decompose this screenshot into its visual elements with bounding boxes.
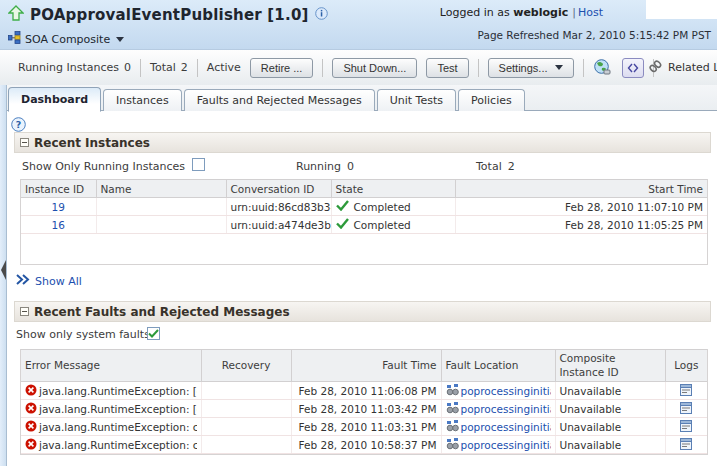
host-link[interactable]: Host	[578, 6, 603, 19]
related-links-label: Related L	[668, 61, 717, 74]
show-only-running-checkbox[interactable]	[192, 158, 205, 171]
instance-id-link[interactable]: 16	[52, 219, 65, 231]
col-name: Name	[96, 180, 226, 198]
show-all-label[interactable]: Show All	[35, 275, 82, 288]
fault-row: java.lang.RuntimeException: co Feb 28, 2…	[21, 418, 707, 436]
total-instances-stat: Total2	[150, 61, 188, 74]
instance-name	[96, 198, 226, 216]
col-conversation-id: Conversation ID	[226, 180, 331, 198]
col-fault-location: Fault Location	[441, 350, 555, 382]
collapse-icon[interactable]	[20, 307, 29, 316]
error-message: java.lang.RuntimeException: co	[39, 421, 197, 433]
fault-time: Feb 28, 2010 11:03:42 PM	[291, 400, 441, 418]
logged-in-user: weblogic	[513, 6, 568, 19]
recovery	[201, 436, 291, 454]
collapse-icon[interactable]	[20, 138, 29, 147]
composite-toolbar: Running Instances0 Total2 Active Retire …	[0, 50, 717, 85]
toolbar-divider	[140, 59, 141, 77]
col-recovery: Recovery	[201, 350, 291, 382]
page-refreshed-timestamp: Page Refreshed Mar 2, 2010 5:15:42 PM PS…	[478, 29, 711, 41]
recent-instances-section: Recent Instances Show Only Running Insta…	[14, 132, 711, 265]
error-icon	[25, 420, 37, 434]
chain-link-icon	[648, 59, 663, 77]
instance-start-time: Feb 28, 2010 11:07:10 PM	[455, 198, 707, 216]
col-composite-instance-id: Composite Instance ID	[555, 350, 665, 382]
fault-location-link[interactable]: poprocessinginitia	[461, 439, 551, 451]
fault-row: java.lang.RuntimeException: [c Feb 28, 2…	[21, 382, 707, 400]
page-header: POApprovalEventPublisher [1.0] SOA Compo…	[0, 0, 717, 50]
settings-menu-button[interactable]: Settings...	[488, 58, 574, 78]
show-only-running-label: Show Only Running Instances	[22, 160, 185, 173]
navigate-up-icon[interactable]	[8, 5, 24, 24]
conversation-id: urn:uuid:86cd83b3-5	[226, 198, 331, 216]
empty-table-space	[21, 234, 707, 264]
component-icon	[446, 384, 459, 398]
composite-instance-id: Unavailable	[560, 385, 622, 397]
show-all-link[interactable]: Show All	[15, 274, 82, 288]
recovery	[201, 382, 291, 400]
log-icon[interactable]	[680, 422, 692, 434]
recent-instances-header: Recent Instances	[14, 132, 711, 153]
composite-instance-id: Unavailable	[560, 421, 622, 433]
top-right-corner-panel	[646, 0, 717, 19]
tab-instances[interactable]: Instances	[103, 89, 182, 111]
splitter-collapse-handle[interactable]	[1, 260, 6, 280]
recovery	[201, 418, 291, 436]
fault-time: Feb 28, 2010 10:58:37 PM	[291, 436, 441, 454]
recent-faults-table: Error Message Recovery Fault Time Fault …	[20, 349, 708, 455]
tab-dashboard[interactable]: Dashboard	[8, 87, 101, 112]
instance-row: 16 urn:uuid:a474de3b- Completed Feb 28, …	[21, 216, 707, 234]
test-button[interactable]: Test	[426, 58, 468, 78]
login-separator: |	[572, 6, 576, 19]
completed-check-icon	[336, 218, 349, 231]
instance-id-link[interactable]: 19	[52, 201, 65, 213]
show-only-system-faults-checkbox[interactable]	[147, 327, 160, 340]
log-icon[interactable]	[680, 404, 692, 416]
dashboard-panel: ? Recent Instances Show Only Running Ins…	[0, 111, 717, 466]
tab-unit-tests[interactable]: Unit Tests	[377, 89, 456, 111]
col-logs: Logs	[665, 350, 707, 382]
tab-faults-and-rejected-messages[interactable]: Faults and Rejected Messages	[184, 89, 375, 111]
recent-instances-table: Instance ID Name Conversation ID State S…	[20, 179, 708, 265]
instance-row: 19 urn:uuid:86cd83b3-5 Completed Feb 28,…	[21, 198, 707, 216]
component-icon	[446, 402, 459, 416]
recent-instances-title: Recent Instances	[34, 136, 150, 150]
fault-location-link[interactable]: poprocessinginitia	[461, 403, 551, 415]
info-icon[interactable]	[315, 7, 328, 23]
fault-time: Feb 28, 2010 11:06:08 PM	[291, 382, 441, 400]
instance-start-time: Feb 28, 2010 11:05:25 PM	[455, 216, 707, 234]
tab-policies[interactable]: Policies	[458, 89, 525, 111]
log-icon[interactable]	[680, 386, 692, 398]
total-count: Total2	[476, 160, 515, 173]
error-icon	[25, 384, 37, 398]
col-fault-time: Fault Time	[291, 350, 441, 382]
xml-source-icon[interactable]	[622, 58, 644, 78]
fault-location-link[interactable]: poprocessinginitia	[461, 385, 551, 397]
related-links-menu[interactable]: Related L	[648, 50, 717, 85]
tab-bar: Dashboard Instances Faults and Rejected …	[0, 85, 717, 111]
instance-state: Completed	[354, 219, 411, 231]
panel-splitter[interactable]	[0, 85, 7, 466]
logged-in-as-label: Logged in as	[440, 6, 510, 19]
shut-down-button[interactable]: Shut Down...	[332, 58, 417, 78]
error-icon	[25, 438, 37, 452]
fault-location-link[interactable]: poprocessinginitia	[461, 421, 551, 433]
instance-name	[96, 216, 226, 234]
retire-button[interactable]: Retire ...	[250, 58, 314, 78]
composite-instance-id: Unavailable	[560, 439, 622, 451]
fault-row: java.lang.RuntimeException: co Feb 28, 2…	[21, 436, 707, 454]
soa-composite-menu[interactable]: SOA Composite	[8, 31, 124, 47]
log-icon[interactable]	[680, 440, 692, 452]
soa-composite-label: SOA Composite	[25, 33, 110, 46]
completed-check-icon	[336, 200, 349, 213]
error-message: java.lang.RuntimeException: co	[39, 439, 197, 451]
recent-faults-section: Recent Faults and Rejected Messages Show…	[14, 301, 711, 455]
toolbar-divider	[322, 59, 323, 77]
col-state: State	[331, 180, 455, 198]
show-only-system-faults-label: Show only system faults	[16, 328, 150, 341]
recent-faults-title: Recent Faults and Rejected Messages	[34, 305, 290, 319]
running-instances-stat: Running Instances0	[18, 61, 131, 74]
web-service-test-icon[interactable]	[593, 58, 613, 78]
col-start-time: Start Time	[455, 180, 707, 198]
fault-row: java.lang.RuntimeException: [c Feb 28, 2…	[21, 400, 707, 418]
